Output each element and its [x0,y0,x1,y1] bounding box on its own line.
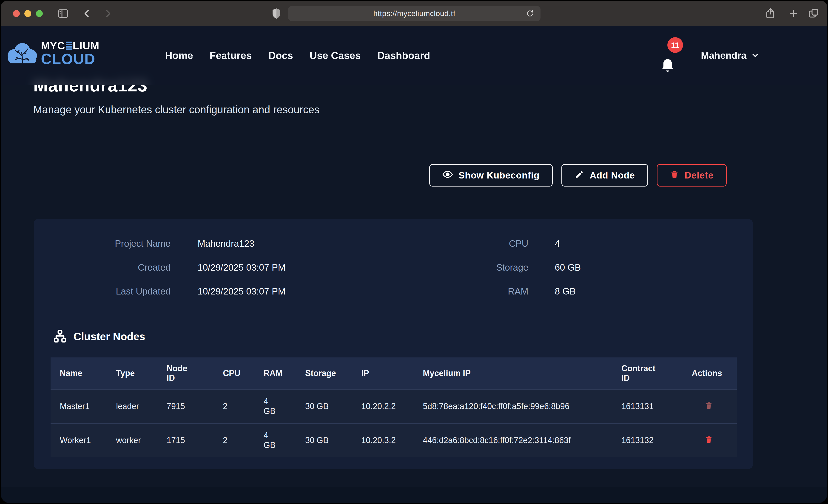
add-node-button[interactable]: Add Node [562,164,648,186]
cell-actions [692,423,737,457]
cell-actions [692,389,737,423]
ram-label: RAM [402,285,528,298]
user-menu[interactable]: Mahendra [701,26,760,85]
project-name-value: Mahendra123 [198,237,254,250]
cell-contract-id: 1613132 [621,423,692,457]
cluster-actions: Show Kubeconfig Add Node Delete [429,164,727,186]
cell-contract-id: 1613131 [621,389,692,423]
ram-value: 8 GB [555,285,576,298]
share-icon[interactable] [764,7,776,19]
cluster-nodes-table: Name Type Node ID CPU RAM Storage IP Myc… [50,358,737,457]
cpu-label: CPU [402,237,528,250]
col-ip: IP [361,358,423,389]
cell-storage: 30 GB [305,389,361,423]
created-value: 10/29/2025 03:07 PM [198,261,286,274]
window-controls [13,10,43,17]
cell-storage: 30 GB [305,423,361,457]
cluster-nodes-heading: Cluster Nodes [53,329,145,344]
delete-node-button[interactable] [705,401,713,411]
cpu-value: 4 [555,237,560,250]
delete-label: Delete [685,170,713,180]
cell-ram: 4 GB [263,423,305,457]
cell-ip: 10.20.3.2 [361,423,423,457]
nav-link-use-cases[interactable]: Use Cases [309,50,361,61]
address-bar[interactable]: https://myceliumcloud.tf [288,6,540,21]
bell-icon [660,57,675,75]
back-icon[interactable] [82,8,93,19]
cell-mycelium-ip: 5d8:78ea:a120:f40c:ff0f:a5fe:99e6:8b96 [423,389,621,423]
nav-links: Home Features Docs Use Cases Dashboard [165,26,430,85]
mycelium-cloud-logo-icon [7,40,38,68]
cell-ip: 10.20.2.2 [361,389,423,423]
col-name: Name [50,358,116,389]
logo-e-glyph [66,42,72,50]
browser-chrome: https://myceliumcloud.tf [1,1,827,26]
col-mycelium-ip: Mycelium IP [423,358,621,389]
page-footer [1,487,827,503]
project-name-label: Project Name [44,237,170,250]
page-content: Mahendra123 Manage your Kubernetes clust… [1,26,827,503]
url-text: https://myceliumcloud.tf [373,9,455,18]
logo-wordmark: MYCLIUM CLOUD [41,40,99,68]
delete-cluster-button[interactable]: Delete [657,164,727,186]
cluster-details-card: Project Name Mahendra123 Created 10/29/2… [34,219,753,469]
user-name: Mahendra [701,50,746,61]
browser-window: https://myceliumcloud.tf [1,1,827,503]
notifications-button[interactable]: 11 [659,37,693,76]
storage-label: Storage [402,261,528,274]
cell-name: Master1 [50,389,116,423]
new-tab-icon[interactable] [788,8,799,19]
minimize-window-button[interactable] [24,10,31,17]
col-contract-id: Contract ID [621,358,692,389]
page-subtitle: Manage your Kubernetes cluster configura… [33,103,320,116]
sidebar-toggle-icon[interactable] [57,8,69,19]
cell-cpu: 2 [223,389,263,423]
pencil-icon [575,170,584,181]
logo-word-cloud: CLOUD [41,50,99,68]
storage-value: 60 GB [555,261,581,274]
table-row: Master1 leader 7915 2 4 GB 30 GB 10.20.2… [50,389,737,423]
cluster-nodes-title: Cluster Nodes [74,330,145,343]
cell-node-id: 1715 [167,423,223,457]
logo-word-myc: MYC [41,40,65,52]
chevron-down-icon [751,50,760,60]
created-label: Created [44,261,170,274]
reload-icon[interactable] [525,9,535,18]
col-ram: RAM [263,358,305,389]
table-row: Worker1 worker 1715 2 4 GB 30 GB 10.20.3… [50,423,737,457]
delete-node-button[interactable] [705,435,713,445]
forward-icon[interactable] [102,8,113,19]
last-updated-label: Last Updated [44,285,170,298]
privacy-shield-icon[interactable] [270,7,283,20]
col-type: Type [116,358,167,389]
nav-link-features[interactable]: Features [210,50,252,61]
trash-icon [670,170,679,181]
col-node-id: Node ID [167,358,223,389]
nav-link-home[interactable]: Home [165,50,193,61]
logo[interactable]: MYCLIUM CLOUD [7,40,99,68]
logo-word-lium: LIUM [73,40,99,52]
close-window-button[interactable] [13,10,20,17]
show-kubeconfig-label: Show Kubeconfig [458,170,540,180]
zoom-window-button[interactable] [36,10,43,17]
network-nodes-icon [53,329,67,344]
cell-ram: 4 GB [263,389,305,423]
show-kubeconfig-button[interactable]: Show Kubeconfig [429,164,553,186]
add-node-label: Add Node [590,170,635,180]
site-navbar: MYCLIUM CLOUD Home Features Docs Use Cas… [1,26,827,85]
col-cpu: CPU [223,358,263,389]
cell-type: worker [116,423,167,457]
cell-name: Worker1 [50,423,116,457]
table-header-row: Name Type Node ID CPU RAM Storage IP Myc… [50,358,737,389]
nav-link-dashboard[interactable]: Dashboard [377,50,430,61]
nav-link-docs[interactable]: Docs [268,50,293,61]
eye-icon [442,169,453,182]
cell-node-id: 7915 [167,389,223,423]
col-actions: Actions [692,358,737,389]
last-updated-value: 10/29/2025 03:07 PM [198,285,286,298]
col-storage: Storage [305,358,361,389]
tab-overview-icon[interactable] [808,7,820,19]
notification-badge: 11 [667,37,683,53]
cell-mycelium-ip: 446:d2a6:8bcd:8c16:ff0f:72e2:3114:863f [423,423,621,457]
cell-type: leader [116,389,167,423]
